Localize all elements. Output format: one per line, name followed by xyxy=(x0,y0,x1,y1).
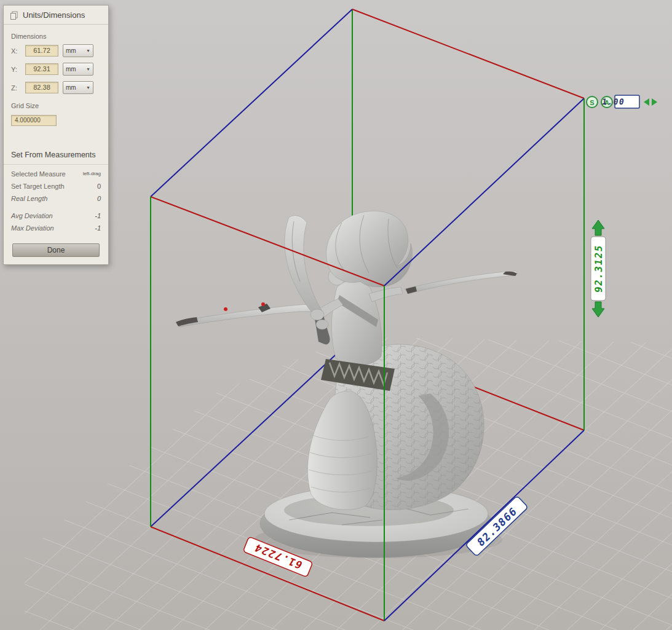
set-target-length-row: Set Target Length 0 xyxy=(11,181,101,192)
scale-value-box[interactable]: 1.00 xyxy=(601,95,639,108)
copy-pages-icon xyxy=(10,11,18,20)
grid-size-label: Grid Size xyxy=(11,102,101,109)
y-unit-value: mm xyxy=(66,66,76,73)
x-unit-select[interactable]: mm ▼ xyxy=(63,44,93,57)
y-unit-select[interactable]: mm ▼ xyxy=(63,63,93,76)
selected-measure-value: left-drag xyxy=(83,168,101,179)
panel-title-bar[interactable]: Units/Dimensions xyxy=(4,6,108,25)
set-target-length-value[interactable]: 0 xyxy=(97,181,101,192)
dimension-row-y: Y: 92.31 mm ▼ xyxy=(11,63,101,76)
real-length-label: Real Length xyxy=(11,193,47,204)
avg-deviation-row: Avg Deviation -1 xyxy=(11,210,101,221)
chevron-down-icon: ▼ xyxy=(86,67,90,71)
y-dimension-input[interactable]: 92.31 xyxy=(25,63,58,75)
dimensions-section-label: Dimensions xyxy=(11,33,101,40)
selected-measure-label: Selected Measure xyxy=(11,168,66,179)
measure-point xyxy=(224,307,227,311)
z-unit-value: mm xyxy=(66,84,76,91)
dimension-row-z: Z: 82.38 mm ▼ xyxy=(11,81,101,94)
done-button[interactable]: Done xyxy=(12,243,100,257)
divider xyxy=(4,164,108,165)
svg-text:1.00: 1.00 xyxy=(601,98,625,107)
meshmixer-window: 61.7224 82.3866 92.3125 S A xyxy=(0,0,672,630)
real-length-value: 0 xyxy=(97,193,101,204)
max-deviation-label: Max Deviation xyxy=(11,222,54,234)
z-axis-label: Z: xyxy=(11,84,21,92)
units-dimensions-panel: Units/Dimensions Dimensions X: 61.72 mm … xyxy=(3,5,109,265)
real-length-row: Real Length 0 xyxy=(11,193,101,204)
max-deviation-value: -1 xyxy=(95,222,101,234)
z-dimension-input[interactable]: 82.38 xyxy=(25,82,58,93)
svg-text:S: S xyxy=(590,99,594,106)
chevron-down-icon: ▼ xyxy=(86,49,90,53)
grid-size-input[interactable]: 4.000000 xyxy=(11,115,57,126)
dimension-row-x: X: 61.72 mm ▼ xyxy=(11,44,101,57)
measurements-section-header: Set From Measurements xyxy=(11,151,101,159)
smooth-toggle[interactable]: S xyxy=(587,96,598,108)
svg-text:92.3125: 92.3125 xyxy=(593,244,605,294)
z-unit-select[interactable]: mm ▼ xyxy=(63,81,93,94)
avg-deviation-label: Avg Deviation xyxy=(11,210,53,221)
panel-title: Units/Dimensions xyxy=(23,10,85,20)
measure-point xyxy=(261,302,265,306)
x-dimension-input[interactable]: 61.72 xyxy=(25,45,58,57)
x-axis-label: X: xyxy=(11,47,21,55)
set-target-length-label: Set Target Length xyxy=(11,181,65,192)
x-unit-value: mm xyxy=(66,47,76,54)
selected-measure-row: Selected Measure left-drag xyxy=(11,168,101,179)
max-deviation-row: Max Deviation -1 xyxy=(11,222,101,234)
y-axis-label: Y: xyxy=(11,66,21,73)
chevron-down-icon: ▼ xyxy=(86,85,90,90)
avg-deviation-value: -1 xyxy=(95,210,101,221)
